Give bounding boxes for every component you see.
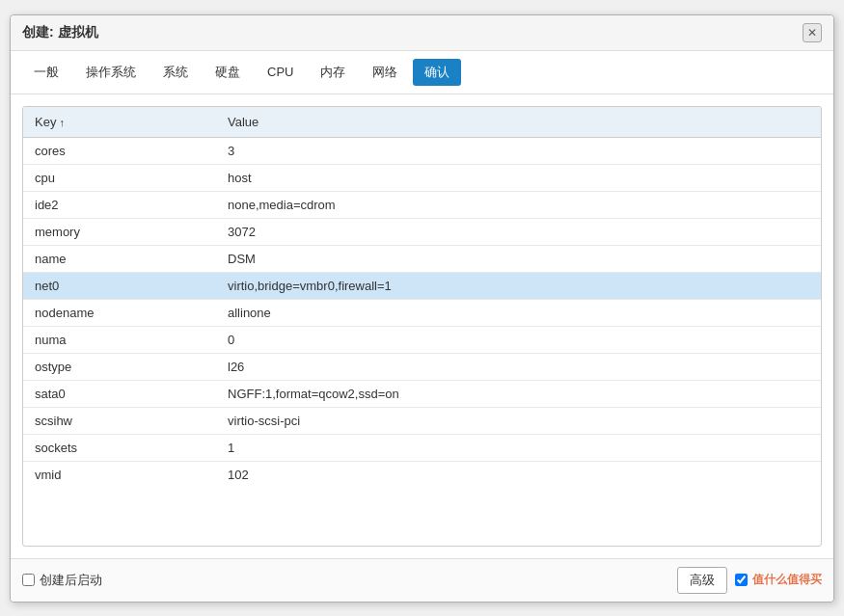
table-cell-key: cores <box>23 137 216 164</box>
tab-bar: 一般 操作系统 系统 硬盘 CPU 内存 网络 确认 <box>11 51 833 94</box>
table-cell-key: scsihw <box>23 407 216 434</box>
table-cell-value: NGFF:1,format=qcow2,ssd=on <box>216 380 821 407</box>
table-cell-value: virtio,bridge=vmbr0,firewall=1 <box>216 272 821 299</box>
table-cell-key: memory <box>23 218 216 245</box>
table-row[interactable]: ostypel26 <box>23 353 821 380</box>
tab-system[interactable]: 系统 <box>151 59 200 86</box>
start-after-create-label[interactable]: 创建后启动 <box>22 572 102 589</box>
dialog-body: Key↑ Value cores3cpuhostide2none,media=c… <box>11 94 833 558</box>
table-cell-value: host <box>216 164 821 191</box>
table-row[interactable]: vmid102 <box>23 461 821 488</box>
config-table-container: Key↑ Value cores3cpuhostide2none,media=c… <box>22 106 822 547</box>
create-vm-dialog: 创建: 虚拟机 ✕ 一般 操作系统 系统 硬盘 CPU 内存 网络 确认 Key… <box>10 14 834 603</box>
tab-network[interactable]: 网络 <box>361 59 409 86</box>
table-row[interactable]: numa0 <box>23 326 821 353</box>
watermark-checkbox-label[interactable]: 值什么值得买 <box>735 572 822 588</box>
tab-general[interactable]: 一般 <box>22 59 70 86</box>
table-row[interactable]: sata0NGFF:1,format=qcow2,ssd=on <box>23 380 821 407</box>
tab-os[interactable]: 操作系统 <box>74 59 148 86</box>
advanced-button[interactable]: 高级 <box>677 567 727 594</box>
tab-cpu[interactable]: CPU <box>256 60 305 84</box>
table-cell-key: numa <box>23 326 216 353</box>
table-cell-key: net0 <box>23 272 216 299</box>
table-cell-value: l26 <box>216 353 821 380</box>
dialog-footer: 创建后启动 高级 值什么值得买 <box>11 558 833 602</box>
table-row[interactable]: nameDSM <box>23 245 821 272</box>
table-cell-key: sockets <box>23 434 216 461</box>
table-row[interactable]: memory3072 <box>23 218 821 245</box>
table-cell-value: virtio-scsi-pci <box>216 407 821 434</box>
dialog-title: 创建: 虚拟机 <box>22 24 98 41</box>
start-after-create-checkbox[interactable] <box>22 574 35 586</box>
table-cell-key: cpu <box>23 164 216 191</box>
table-cell-value: 3 <box>216 137 821 164</box>
table-row[interactable]: sockets1 <box>23 434 821 461</box>
table-cell-value: 102 <box>216 461 821 488</box>
table-cell-key: sata0 <box>23 380 216 407</box>
tab-disk[interactable]: 硬盘 <box>204 59 252 86</box>
footer-left: 创建后启动 <box>22 572 102 589</box>
sort-arrow-icon: ↑ <box>59 117 65 128</box>
table-row[interactable]: ide2none,media=cdrom <box>23 191 821 218</box>
dialog-header: 创建: 虚拟机 ✕ <box>11 15 833 51</box>
footer-right: 高级 值什么值得买 <box>677 567 822 594</box>
table-row[interactable]: cpuhost <box>23 164 821 191</box>
table-row[interactable]: scsihwvirtio-scsi-pci <box>23 407 821 434</box>
config-table: Key↑ Value cores3cpuhostide2none,media=c… <box>23 107 821 488</box>
table-cell-key: ostype <box>23 353 216 380</box>
table-row[interactable]: net0virtio,bridge=vmbr0,firewall=1 <box>23 272 821 299</box>
table-cell-value: none,media=cdrom <box>216 191 821 218</box>
watermark-checkbox[interactable] <box>735 574 748 586</box>
close-button[interactable]: ✕ <box>803 23 822 42</box>
tab-memory[interactable]: 内存 <box>309 59 357 86</box>
table-cell-value: 0 <box>216 326 821 353</box>
watermark-text: 值什么值得买 <box>752 572 822 588</box>
table-cell-value: allinone <box>216 299 821 326</box>
table-cell-value: 3072 <box>216 218 821 245</box>
table-cell-key: name <box>23 245 216 272</box>
table-cell-value: DSM <box>216 245 821 272</box>
table-cell-key: vmid <box>23 461 216 488</box>
tab-confirm[interactable]: 确认 <box>413 59 461 86</box>
table-row[interactable]: cores3 <box>23 137 821 164</box>
table-cell-key: ide2 <box>23 191 216 218</box>
table-cell-value: 1 <box>216 434 821 461</box>
table-row[interactable]: nodenameallinone <box>23 299 821 326</box>
table-cell-key: nodename <box>23 299 216 326</box>
col-key-header[interactable]: Key↑ <box>23 107 216 138</box>
col-value-header: Value <box>216 107 821 138</box>
